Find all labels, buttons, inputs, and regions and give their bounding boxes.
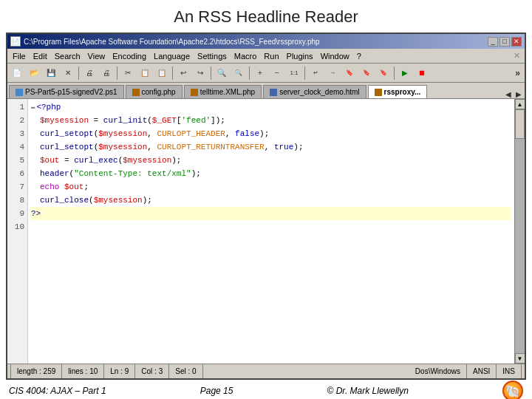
- minimize-button[interactable]: _: [488, 37, 498, 47]
- toolbar-stop[interactable]: ⏹: [414, 65, 430, 81]
- code-var-8: $mysession: [94, 194, 143, 207]
- toolbar-bm[interactable]: 🔖: [341, 65, 358, 81]
- code-bool-4: true: [274, 140, 293, 154]
- toolbar-close[interactable]: ✕: [60, 65, 76, 81]
- toolbar-wrap[interactable]: ↵: [307, 65, 324, 81]
- toolbar-run[interactable]: ▶: [397, 65, 413, 81]
- tab-left[interactable]: ◀: [504, 90, 513, 98]
- menu-run[interactable]: Run: [260, 51, 282, 61]
- tab-icon-clock: [270, 89, 277, 96]
- menu-plugins[interactable]: Plugins: [283, 51, 317, 61]
- footer-left: CIS 4004: AJAX – Part 1: [9, 386, 106, 396]
- menu-view[interactable]: View: [84, 51, 109, 61]
- tab-label-ps1: PS-Part5-p15-signedV2.ps1: [25, 88, 117, 96]
- tab-rssproxy[interactable]: rssproxy...: [368, 85, 428, 98]
- footer-center: Page 15: [200, 386, 233, 396]
- menu-edit[interactable]: Edit: [30, 51, 51, 61]
- menu-search[interactable]: Search: [51, 51, 84, 61]
- close-button[interactable]: ✕: [511, 37, 522, 47]
- close-x[interactable]: ✕: [514, 51, 523, 61]
- toolbar-replace[interactable]: 🔍: [231, 65, 247, 81]
- code-text-5a: (: [118, 154, 123, 167]
- sep3: [172, 66, 173, 80]
- code-fn-3: curl_setopt: [40, 127, 94, 140]
- toolbar-find[interactable]: 🔍: [214, 65, 230, 81]
- toolbar-new[interactable]: 📄: [9, 65, 25, 81]
- sep2: [117, 66, 117, 80]
- line-num-2: 2: [7, 114, 24, 127]
- tab-telltime[interactable]: telltime.XML.php: [184, 85, 262, 98]
- menu-window[interactable]: Window: [317, 51, 353, 61]
- line-num-3: 3: [7, 127, 24, 140]
- maximize-button[interactable]: □: [499, 37, 510, 47]
- sep4: [211, 66, 211, 80]
- tab-nav: ◀ ▶: [504, 90, 523, 98]
- scroll-up-btn[interactable]: ▲: [515, 99, 525, 109]
- line-num-1: 1: [7, 100, 24, 114]
- menu-file[interactable]: File: [9, 51, 30, 61]
- menu-macro[interactable]: Macro: [231, 51, 261, 61]
- tab-config[interactable]: config.php: [126, 85, 183, 98]
- sep1: [78, 66, 79, 80]
- code-php-close: ?>: [31, 207, 41, 220]
- line-num-4: 4: [7, 140, 24, 154]
- code-text-3a: ,: [147, 127, 157, 140]
- tab-label-clock: server_clock_demo.html: [279, 88, 359, 96]
- code-text-2: =: [89, 114, 103, 127]
- editor-window: 📄 C:\Program Files\Apache Software Found…: [6, 33, 526, 380]
- menu-settings[interactable]: Settings: [194, 51, 231, 61]
- scroll-down-btn[interactable]: ▼: [515, 353, 525, 364]
- toolbar-bm3[interactable]: 🔖: [375, 65, 392, 81]
- status-ins: INS: [497, 364, 522, 378]
- toolbar-redo[interactable]: ↪: [192, 65, 208, 81]
- code-line-3: curl_setopt ( $mysession , CURLOPT_HEADE…: [31, 127, 511, 140]
- tab-icon-telltime: [191, 89, 198, 96]
- toolbar-cut[interactable]: ✂: [120, 65, 136, 81]
- toolbar-zoom-out[interactable]: −: [269, 65, 285, 81]
- menu-help[interactable]: ?: [353, 51, 365, 61]
- code-text-5b: );: [171, 154, 181, 167]
- code-text-4a: ,: [147, 140, 157, 154]
- editor-area: 1 2 3 4 5 6 7 8 9 10 ▬ <?php $mysession …: [7, 99, 525, 364]
- code-var-5b: $mysession: [123, 154, 171, 167]
- toolbar-indent[interactable]: →: [324, 65, 341, 81]
- title-bar: 📄 C:\Program Files\Apache Software Found…: [7, 34, 525, 49]
- toolbar: 📄 📂 💾 ✕ 🖨 🖨 ✂ 📋 📋 ↩ ↪ 🔍 🔍 + − 1:1 ↵ → 🔖 …: [7, 64, 525, 83]
- toolbar-copy[interactable]: 📋: [137, 65, 153, 81]
- menu-language[interactable]: Language: [150, 51, 194, 61]
- menu-encoding[interactable]: Encoding: [109, 51, 150, 61]
- toolbar-save[interactable]: 💾: [43, 65, 59, 81]
- title-bar-path: C:\Program Files\Apache Software Foundat…: [24, 38, 320, 46]
- code-line-9: ?>: [31, 207, 511, 220]
- toolbar-bm2[interactable]: 🔖: [358, 65, 375, 81]
- scroll-track[interactable]: [515, 109, 525, 353]
- code-str-2: 'feed': [181, 114, 211, 127]
- code-fn-6: header: [40, 167, 69, 180]
- toolbar-zoom-in[interactable]: +: [252, 65, 268, 81]
- code-var-2: $mysession: [40, 114, 89, 127]
- toolbar-print[interactable]: 🖨: [81, 65, 98, 81]
- collapse-icon-1[interactable]: ▬: [31, 100, 35, 114]
- menu-bar: File Edit Search View Encoding Language …: [7, 49, 525, 64]
- code-text-3: (: [94, 127, 99, 140]
- code-area[interactable]: ▬ <?php $mysession = curl_init ( $_GET […: [28, 99, 514, 364]
- toolbar-print2[interactable]: 🖨: [98, 65, 115, 81]
- toolbar-open[interactable]: 📂: [26, 65, 42, 81]
- footer: CIS 4004: AJAX – Part 1 Page 15 © Dr. Ma…: [0, 380, 532, 399]
- scroll-thumb[interactable]: [515, 109, 525, 139]
- tab-ps1[interactable]: PS-Part5-p15-signedV2.ps1: [9, 85, 124, 98]
- status-sel: Sel : 0: [169, 364, 202, 378]
- code-line-4: curl_setopt ( $mysession , CURLOPT_RETUR…: [31, 140, 511, 154]
- toolbar-paste[interactable]: 📋: [154, 65, 170, 81]
- tab-clock[interactable]: server_clock_demo.html: [263, 85, 366, 98]
- toolbar-restore-zoom[interactable]: 1:1: [286, 65, 302, 81]
- toolbar-undo[interactable]: ↩: [175, 65, 191, 81]
- code-text-4: (: [94, 140, 99, 154]
- code-fn-2: curl_init: [103, 114, 147, 127]
- tab-right[interactable]: ▶: [514, 90, 523, 98]
- status-format: Dos\Windows: [409, 364, 467, 378]
- code-fn-5: curl_exec: [74, 154, 117, 167]
- title-bar-left: 📄 C:\Program Files\Apache Software Found…: [10, 36, 320, 47]
- toolbar-more[interactable]: »: [515, 68, 523, 78]
- code-var-2b: $_GET: [152, 114, 177, 127]
